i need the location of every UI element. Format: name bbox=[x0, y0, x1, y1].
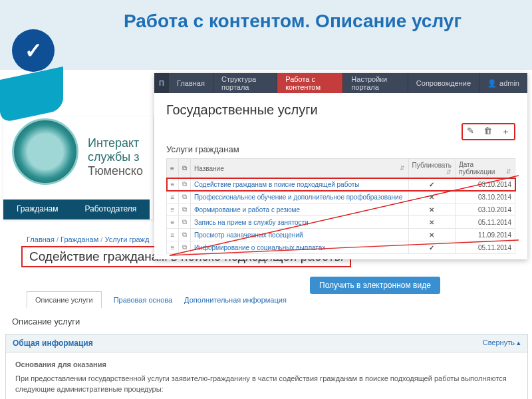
col-publish[interactable]: Публиковать⇵ bbox=[408, 159, 455, 178]
admin-navbar: П Главная Структура портала Работа с кон… bbox=[154, 73, 527, 93]
table-row[interactable]: ≡⧉Содействие гражданам в поиске подходящ… bbox=[167, 178, 515, 191]
content-tabs: Описание услуги Правовая основа Дополнит… bbox=[27, 291, 287, 308]
admin-heading: Государственные услуги bbox=[166, 102, 515, 118]
table-row[interactable]: ≡⧉Просмотр назначенных посещений✕11.09.2… bbox=[167, 229, 515, 241]
row-page-icon[interactable]: ⧉ bbox=[179, 203, 191, 216]
table-row[interactable]: ≡⧉Запись на прием в службу занятости✕05.… bbox=[167, 216, 515, 229]
table-row[interactable]: ≡⧉Информирование о социальных выплатах✓0… bbox=[167, 241, 515, 254]
row-name[interactable]: Запись на прием в службу занятости bbox=[191, 216, 409, 229]
row-publish: ✕ bbox=[408, 203, 455, 216]
table-row[interactable]: ≡⧉Формирование и работа с резюме✕03.10.2… bbox=[167, 203, 515, 216]
nav-content[interactable]: Работа с контентом bbox=[277, 73, 343, 93]
row-page-icon[interactable]: ⧉ bbox=[179, 229, 191, 241]
col-date[interactable]: Дата публикации⇵ bbox=[456, 159, 515, 178]
row-page-icon[interactable]: ⧉ bbox=[179, 191, 191, 203]
slide-title: Работа с контентом. Описание услуг bbox=[0, 0, 532, 33]
tab-description[interactable]: Описание услуги bbox=[27, 291, 102, 308]
tab-additional[interactable]: Дополнительная информация bbox=[184, 292, 287, 308]
check-badge: ✓ bbox=[0, 27, 66, 120]
row-date: 03.10.2014 bbox=[456, 178, 515, 191]
crumb-citizens[interactable]: Гражданам bbox=[61, 235, 98, 243]
tab-legal[interactable]: Правовая основа bbox=[114, 292, 172, 308]
row-publish: ✓ bbox=[408, 241, 455, 254]
description-heading: Описание услуги bbox=[12, 317, 80, 327]
panel-title: Общая информация bbox=[13, 338, 93, 348]
portal-tab-employers[interactable]: Работодателя bbox=[71, 200, 150, 219]
row-page-icon[interactable]: ⧉ bbox=[179, 241, 191, 254]
add-button[interactable]: ＋ bbox=[501, 126, 510, 138]
row-publish: ✕ bbox=[408, 216, 455, 229]
row-date: 03.10.2014 bbox=[456, 203, 515, 216]
admin-logo[interactable]: П bbox=[154, 73, 169, 93]
row-name[interactable]: Формирование и работа с резюме bbox=[191, 203, 409, 216]
row-publish: ✕ bbox=[408, 229, 455, 241]
portal-logo bbox=[12, 118, 78, 185]
row-list-icon[interactable]: ≡ bbox=[167, 241, 179, 254]
row-name[interactable]: Информирование о социальных выплатах bbox=[191, 241, 409, 254]
nav-support[interactable]: Сопровождение bbox=[408, 73, 479, 93]
portal-name: Интеракт службы з Тюменско bbox=[88, 136, 143, 178]
row-date: 05.11.2014 bbox=[456, 216, 515, 229]
slide-header: Работа с контентом. Описание услуг bbox=[0, 0, 532, 70]
row-list-icon[interactable]: ≡ bbox=[167, 178, 179, 191]
crumb-main[interactable]: Главная bbox=[27, 235, 55, 243]
col-list-icon[interactable]: ≡ bbox=[167, 159, 179, 178]
row-page-icon[interactable]: ⧉ bbox=[179, 216, 191, 229]
row-name[interactable]: Содействие гражданам в поиске подходящей… bbox=[191, 178, 409, 191]
row-date: 11.09.2014 bbox=[456, 229, 515, 241]
edit-button[interactable]: ✎ bbox=[467, 126, 474, 138]
portal-tab-citizens[interactable]: Гражданам bbox=[3, 200, 71, 219]
services-table: ≡ ⧉ Название⇵ Публиковать⇵ Дата публикац… bbox=[166, 158, 515, 254]
row-page-icon[interactable]: ⧉ bbox=[179, 178, 191, 191]
panel-subhead: Основания для оказания bbox=[15, 359, 518, 370]
col-name[interactable]: Название⇵ bbox=[191, 159, 409, 178]
collapse-button[interactable]: Свернуть ▴ bbox=[483, 338, 521, 348]
breadcrumb: Главная / Гражданам / Услуги гражд bbox=[27, 235, 149, 243]
delete-button[interactable]: 🗑 bbox=[483, 126, 492, 138]
row-list-icon[interactable]: ≡ bbox=[167, 191, 179, 203]
row-date: 05.11.2014 bbox=[456, 241, 515, 254]
nav-settings[interactable]: Настройки портала bbox=[343, 73, 408, 93]
check-icon: ✓ bbox=[25, 38, 43, 63]
panel-text: При предоставлении государственной услуг… bbox=[15, 373, 518, 395]
row-date: 03.10.2014 bbox=[456, 191, 515, 203]
portal-tabs: Гражданам Работодателя bbox=[3, 200, 150, 219]
admin-window: П Главная Структура портала Работа с кон… bbox=[154, 73, 527, 259]
crumb-services[interactable]: Услуги гражд bbox=[104, 235, 149, 243]
action-toolbar: ✎ 🗑 ＋ bbox=[462, 123, 515, 140]
table-row[interactable]: ≡⧉Профессиональное обучение и дополнител… bbox=[167, 191, 515, 203]
row-name[interactable]: Просмотр назначенных посещений bbox=[191, 229, 409, 241]
info-panel: Общая информация Свернуть ▴ Основания дл… bbox=[5, 334, 528, 399]
row-list-icon[interactable]: ≡ bbox=[167, 229, 179, 241]
row-name[interactable]: Профессиональное обучение и дополнительн… bbox=[191, 191, 409, 203]
user-menu[interactable]: 👤 admin bbox=[479, 73, 527, 93]
user-icon: 👤 bbox=[487, 79, 497, 88]
row-publish: ✕ bbox=[408, 191, 455, 203]
row-list-icon[interactable]: ≡ bbox=[167, 216, 179, 229]
user-label: admin bbox=[499, 79, 519, 87]
col-eye-icon[interactable]: ⧉ bbox=[179, 159, 191, 178]
get-electronic-button[interactable]: Получить в электронном виде bbox=[310, 277, 440, 294]
row-list-icon[interactable]: ≡ bbox=[167, 203, 179, 216]
row-publish: ✓ bbox=[408, 178, 455, 191]
nav-main[interactable]: Главная bbox=[169, 73, 213, 93]
section-subhead: Услуги гражданам bbox=[166, 144, 515, 154]
nav-structure[interactable]: Структура портала bbox=[213, 73, 277, 93]
